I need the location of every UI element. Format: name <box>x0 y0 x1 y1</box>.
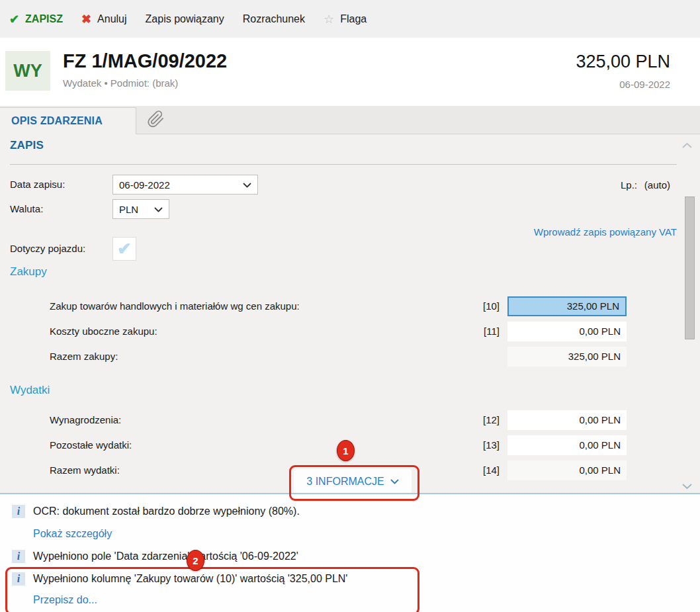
form-row-razem-zakupy: Razem zakupy: 325,00 PLN <box>0 347 700 367</box>
row-code: [10] <box>447 296 500 316</box>
cancel-button[interactable]: ✖ Anuluj <box>81 13 127 25</box>
document-header: WY FZ 1/MAG/09/2022 Wydatek • Podmiot: (… <box>0 38 700 106</box>
vehicle-label: Dotyczy pojazdu: <box>10 239 85 259</box>
info-icon: i <box>12 572 25 586</box>
chevron-down-icon <box>243 179 251 191</box>
group-zakupy-label: Zakupy <box>10 265 47 279</box>
section-title: ZAPIS <box>10 139 44 152</box>
row-label: Koszty uboczne zakupu: <box>50 322 157 341</box>
info-item-text: Wypełniono kolumnę 'Zakupy towarów (10)'… <box>33 572 347 586</box>
row-label: Pozostałe wydatki: <box>50 435 132 455</box>
show-details-link[interactable]: Pokaż szczegóły <box>33 528 112 540</box>
section-divider <box>10 164 677 165</box>
info-panel: i OCR: dokument został bardzo dobrze wyp… <box>0 493 700 612</box>
annotation-badge-1: 1 <box>337 440 355 461</box>
amount-input-10[interactable]: 325,00 PLN <box>507 296 627 316</box>
currency-select-value: PLN <box>119 204 138 215</box>
form-row-10: Zakup towarów handlowych i materiałów wg… <box>0 296 700 316</box>
form-row-11: Koszty uboczne zakupu: [11] 0,00 PLN <box>0 322 700 341</box>
document-type-badge: WY <box>5 51 50 91</box>
row-code: [12] <box>447 410 500 430</box>
scroll-down-icon[interactable] <box>681 480 693 492</box>
check-icon: ✔ <box>9 13 19 25</box>
chevron-down-icon <box>390 476 399 488</box>
flag-button[interactable]: ☆ Flaga <box>324 13 367 25</box>
cancel-button-label: Anuluj <box>97 13 126 25</box>
row-code: [14] <box>447 460 500 480</box>
info-toggle-label: 3 INFORMACJE <box>306 476 384 488</box>
lp-label: Lp.: <box>621 175 637 195</box>
star-icon: ☆ <box>324 13 334 25</box>
total-wydatki-value: 0,00 PLN <box>507 460 627 480</box>
flag-label: Flaga <box>340 13 367 25</box>
document-subtitle: Wydatek • Podmiot: (brak) <box>63 77 178 89</box>
tab-opis-zdarzenia[interactable]: OPIS ZDARZENIA <box>0 107 136 134</box>
form-scroll-area: ZAPIS Data zapisu: 06-09-2022 Lp.: (auto… <box>0 134 700 493</box>
close-icon: ✖ <box>81 13 91 25</box>
total-zakupy-value: 325,00 PLN <box>507 347 627 367</box>
date-select-value: 06-09-2022 <box>119 179 170 191</box>
chevron-down-icon <box>154 204 163 215</box>
tab-attachments[interactable] <box>136 107 175 134</box>
vat-related-entry-link[interactable]: Wprowadź zapis powiązany VAT <box>534 226 677 238</box>
settlement-label: Rozrachunek <box>243 13 305 25</box>
amount-input-12[interactable]: 0,00 PLN <box>507 410 627 430</box>
copy-to-link[interactable]: Przepisz do... <box>33 594 97 606</box>
related-entry-button[interactable]: Zapis powiązany <box>146 13 224 25</box>
info-icon: i <box>12 505 25 518</box>
toolbar: ✔ ZAPISZ ✖ Anuluj Zapis powiązany Rozrac… <box>0 0 700 38</box>
currency-label: Waluta: <box>10 199 43 219</box>
currency-select[interactable]: PLN <box>112 199 169 219</box>
info-item-ocr: i OCR: dokument został bardzo dobrze wyp… <box>0 505 700 519</box>
row-label: Wynagrodzenia: <box>50 410 121 430</box>
row-label: Zakup towarów handlowych i materiałów wg… <box>50 296 300 316</box>
document-amount: 325,00 PLN <box>576 52 670 72</box>
scrollbar-thumb[interactable] <box>685 197 695 339</box>
info-item-text: OCR: dokument został bardzo dobrze wypeł… <box>33 505 300 518</box>
row-label: Razem zakupy: <box>50 347 118 367</box>
form-row-12: Wynagrodzenia: [12] 0,00 PLN <box>0 410 700 430</box>
amount-input-13[interactable]: 0,00 PLN <box>507 435 627 455</box>
save-button-label: ZAPISZ <box>25 13 63 25</box>
tab-bar: OPIS ZDARZENIA <box>0 106 700 134</box>
tab-opis-zdarzenia-label: OPIS ZDARZENIA <box>11 115 103 127</box>
settlement-button[interactable]: Rozrachunek <box>243 13 305 25</box>
info-item-text: Wypełniono pole 'Data zdarzenia' wartośc… <box>33 550 298 563</box>
save-button[interactable]: ✔ ZAPISZ <box>9 13 63 25</box>
info-icon: i <box>12 550 25 563</box>
lp-value: (auto) <box>644 175 670 195</box>
checkmark-icon: ✔ <box>117 240 132 257</box>
related-entry-label: Zapis powiązany <box>146 13 224 25</box>
vehicle-checkbox[interactable]: ✔ <box>112 237 136 261</box>
row-code: [13] <box>447 435 500 455</box>
document-date: 06-09-2022 <box>619 79 670 90</box>
date-select[interactable]: 06-09-2022 <box>112 175 258 195</box>
row-code: [11] <box>447 322 500 341</box>
paperclip-icon <box>147 109 165 132</box>
info-item-date: i Wypełniono pole 'Data zdarzenia' warto… <box>0 550 700 564</box>
scroll-up-icon[interactable] <box>681 140 693 152</box>
group-wydatki-label: Wydatki <box>10 384 50 397</box>
info-toggle-button[interactable]: 3 INFORMACJE <box>294 469 412 494</box>
date-label: Data zapisu: <box>10 175 65 195</box>
row-label: Razem wydatki: <box>50 460 120 480</box>
document-title: FZ 1/MAG/09/2022 <box>63 50 227 72</box>
annotation-badge-2: 2 <box>187 550 204 571</box>
amount-input-11[interactable]: 0,00 PLN <box>507 322 627 341</box>
info-item-column: i Wypełniono kolumnę 'Zakupy towarów (10… <box>0 572 700 587</box>
